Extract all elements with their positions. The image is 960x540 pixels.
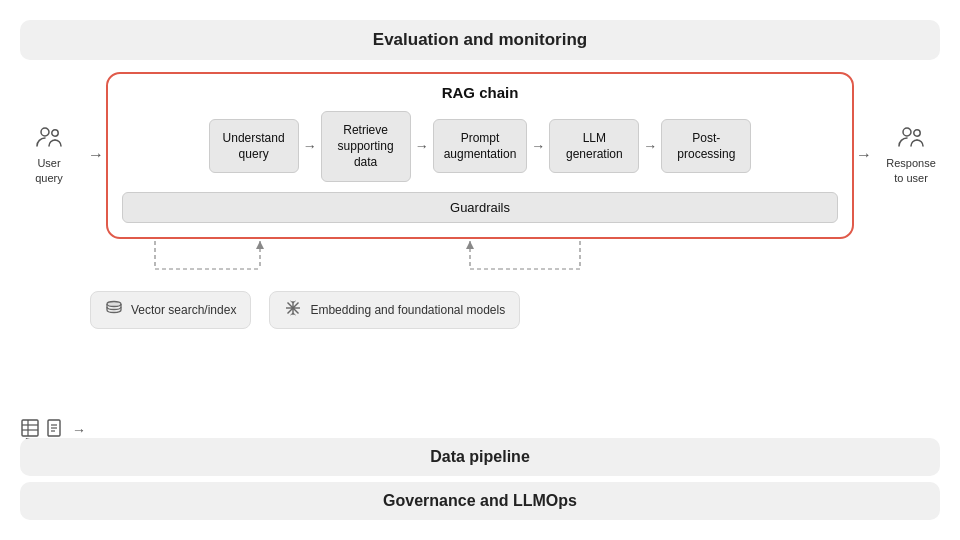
response-icon	[897, 125, 925, 154]
step-retrieve: Retrievesupportingdata	[321, 111, 411, 182]
step-postprocess: Post-processing	[661, 119, 751, 173]
arrow-4: →	[643, 138, 657, 154]
rag-chain-title: RAG chain	[122, 84, 838, 101]
governance-banner: Governance and LLMOps	[20, 482, 940, 520]
embedding-chip: Embedding and foundational models	[269, 291, 520, 329]
step-understand: Understandquery	[209, 119, 299, 173]
svg-point-0	[41, 128, 49, 136]
vector-search-label: Vector search/index	[131, 303, 236, 317]
svg-marker-8	[256, 241, 264, 249]
rag-chain-box: RAG chain Understandquery → Retrievesupp…	[106, 72, 854, 239]
user-to-rag-arrow: →	[88, 146, 104, 164]
embedding-label: Embedding and foundational models	[310, 303, 505, 317]
user-icon	[35, 125, 63, 154]
guardrails-row: Guardrails	[122, 192, 838, 223]
response-user-section: Responseto user	[882, 125, 940, 185]
svg-point-1	[52, 130, 58, 136]
step-llm: LLMgeneration	[549, 119, 639, 173]
eval-banner: Evaluation and monitoring	[20, 20, 940, 60]
steps-row: Understandquery → Retrievesupportingdata…	[122, 111, 838, 182]
supporting-chips: Vector search/index Embedding and founda…	[20, 291, 940, 329]
vector-search-chip: Vector search/index	[90, 291, 251, 329]
connectors-section	[90, 239, 940, 291]
bottom-banners: Data pipeline Governance and LLMOps	[20, 438, 940, 520]
svg-point-19	[292, 306, 295, 309]
arrow-3: →	[531, 138, 545, 154]
user-query-section: Userquery	[20, 125, 78, 185]
connector-arrows-svg	[90, 239, 910, 291]
user-query-label: Userquery	[35, 156, 63, 185]
step-prompt: Promptaugmentation	[433, 119, 528, 173]
response-label: Responseto user	[886, 156, 936, 185]
snowflake-icon	[284, 299, 302, 321]
diagram-container: Evaluation and monitoring Userquery → RA…	[10, 10, 950, 530]
layers-icon	[105, 299, 123, 321]
arrow-1: →	[303, 138, 317, 154]
main-content: Userquery → RAG chain Understandquery → …	[20, 72, 940, 239]
svg-point-3	[914, 130, 920, 136]
svg-rect-24	[22, 420, 38, 436]
svg-point-2	[903, 128, 911, 136]
svg-point-14	[107, 301, 121, 306]
arrow-2: →	[415, 138, 429, 154]
data-pipeline-banner: Data pipeline	[20, 438, 940, 476]
svg-marker-13	[466, 241, 474, 249]
rag-to-response-arrow: →	[856, 146, 872, 164]
